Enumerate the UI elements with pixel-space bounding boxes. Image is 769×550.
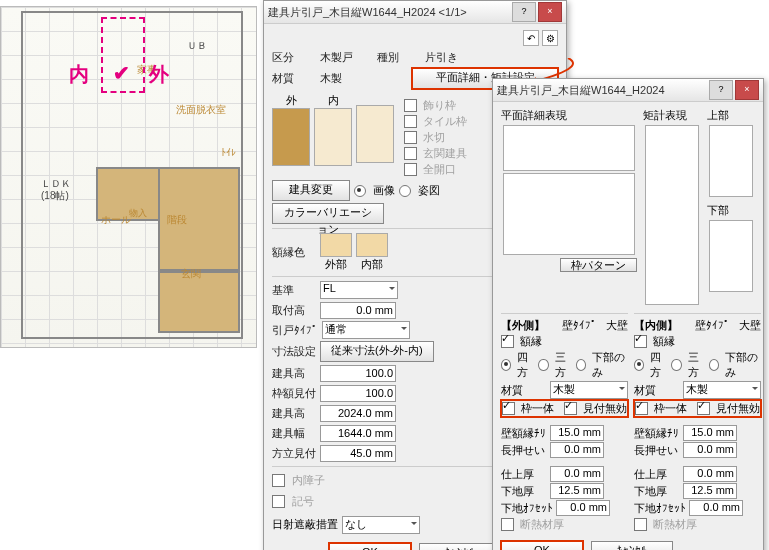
color-variation-button[interactable]: カラーバリエーション	[272, 203, 384, 224]
radio-sugata[interactable]	[399, 185, 411, 197]
shubetsu-value: 片引き	[425, 50, 458, 65]
outer-thumb[interactable]	[272, 108, 310, 166]
dialog-plan-detail: 建具片引戸_木目縦W1644_H2024 ? × 平面詳細表現 枠パターン 矩計…	[492, 78, 764, 550]
kabegaku-o[interactable]: 15.0 mm	[550, 425, 604, 441]
room-genkan: 玄関	[181, 267, 201, 281]
hikido-select[interactable]: 通常	[322, 321, 410, 339]
waku-ittai-o[interactable]: 枠一体	[521, 401, 554, 416]
nagaoshi-i[interactable]: 0.0 mm	[683, 442, 737, 458]
label-outside: 外	[149, 61, 169, 88]
room-senmen: 洗面脱衣室	[176, 103, 226, 117]
waku-ittai-i[interactable]: 枠一体	[654, 401, 687, 416]
close-button-2[interactable]: ×	[735, 80, 759, 100]
dannetsu-i[interactable]: 断熱材厚	[653, 517, 697, 532]
tategu-change-button[interactable]: 建具変更	[272, 180, 350, 201]
label-inside: 内	[69, 61, 89, 88]
gakubuchi-label: 額縁色	[272, 245, 316, 260]
nisshatsu-label: 日射遮蔽措置	[272, 517, 338, 532]
hikido-label: 引戸ﾀｲﾌﾟ	[272, 323, 318, 338]
toritaka-input[interactable]: 0.0 mm	[320, 302, 396, 319]
inner-heading: 【内側】	[634, 318, 678, 333]
plan-preview2	[503, 173, 635, 255]
ok-button[interactable]: OK	[329, 543, 411, 550]
kijun-select[interactable]: FL	[320, 281, 398, 299]
help-button-2[interactable]: ?	[709, 80, 733, 100]
lower-heading: 下部	[707, 203, 755, 218]
nisshatsu-select[interactable]: なし	[342, 516, 420, 534]
waku-input[interactable]: 100.0	[320, 385, 396, 402]
nagaoshi-o[interactable]: 0.0 mm	[550, 442, 604, 458]
r-shihou-i[interactable]: 四方	[650, 350, 668, 380]
cancel-button-2[interactable]: ｷｬﾝｾﾙ	[591, 541, 673, 550]
waku-pattern-button[interactable]: 枠パターン	[560, 258, 637, 272]
dialog2-title: 建具片引戸_木目縦W1644_H2024	[497, 83, 707, 98]
shubetsu-label: 種別	[377, 50, 421, 65]
room-ldk2: (18帖)	[41, 189, 69, 203]
ok-button-2[interactable]: OK	[501, 541, 583, 550]
sunpo-label: 寸法設定	[272, 344, 316, 359]
zaishitsu-label: 材質	[272, 71, 316, 86]
gaku-check-o[interactable]: 額縁	[520, 334, 542, 349]
r-sanpou-i[interactable]: 三方	[688, 350, 706, 380]
offset-o[interactable]: 0.0 mm	[556, 500, 610, 516]
shitaji-o[interactable]: 12.5 mm	[550, 483, 604, 499]
inner-thumb2[interactable]	[356, 105, 394, 163]
kubun-label: 区分	[272, 50, 316, 65]
floorplan-canvas: ＵＢ 家事 洗面脱衣室 ﾄｲﾚ ＬＤＫ (18帖) ホール 物入 階段 玄関 内…	[0, 6, 257, 348]
kuji-preview	[645, 125, 699, 305]
mitsuke-muko-i[interactable]: 見付無効	[716, 401, 760, 416]
houdate-input[interactable]: 45.0 mm	[320, 445, 396, 462]
opt-mizukiri[interactable]: 水切	[423, 130, 445, 145]
plan-heading: 平面詳細表現	[501, 108, 637, 123]
plan-preview1	[503, 125, 635, 171]
toritaka-label: 取付高	[272, 303, 316, 318]
shitaji-i[interactable]: 12.5 mm	[683, 483, 737, 499]
kijun-label: 基準	[272, 283, 316, 298]
sunpo-button[interactable]: 従来寸法(外-外-内)	[320, 341, 434, 362]
inner-thumb1[interactable]	[314, 108, 352, 166]
kuji-heading: 矩計表現	[643, 108, 701, 123]
upper-preview	[709, 125, 753, 197]
shiage-i[interactable]: 0.0 mm	[683, 466, 737, 482]
r-shihou-o[interactable]: 四方	[517, 350, 535, 380]
r-kabu-o[interactable]: 下部のみ	[592, 350, 628, 380]
radio-image[interactable]	[354, 185, 366, 197]
r-sanpou-o[interactable]: 三方	[555, 350, 573, 380]
r-kabu-i[interactable]: 下部のみ	[725, 350, 761, 380]
zai-select-i[interactable]: 木製	[683, 381, 761, 399]
gear-icon[interactable]: ⚙	[542, 30, 558, 46]
kigou-check[interactable]: 記号	[292, 494, 314, 509]
tategh-input[interactable]: 100.0	[320, 365, 396, 382]
naishouji-check[interactable]: 内障子	[292, 473, 325, 488]
room-mono: 物入	[129, 207, 147, 220]
upper-heading: 上部	[707, 108, 755, 123]
zaishitsu-value: 木製	[320, 71, 342, 86]
kabegaku-i[interactable]: 15.0 mm	[683, 425, 737, 441]
swatch-inner[interactable]	[356, 233, 388, 257]
room-hall: ホール	[101, 213, 131, 227]
opt-tile[interactable]: タイル枠	[423, 114, 467, 129]
shiage-o[interactable]: 0.0 mm	[550, 466, 604, 482]
help-button[interactable]: ?	[512, 2, 536, 22]
opt-kazari[interactable]: 飾り枠	[423, 98, 456, 113]
offset-i[interactable]: 0.0 mm	[689, 500, 743, 516]
mitsuke-muko-o[interactable]: 見付無効	[583, 401, 627, 416]
dannetsu-o[interactable]: 断熱材厚	[520, 517, 564, 532]
opt-zenkai[interactable]: 全開口	[423, 162, 456, 177]
outer-heading: 【外側】	[501, 318, 545, 333]
lower-preview	[709, 220, 753, 292]
height-input[interactable]: 2024.0 mm	[320, 405, 396, 422]
back-icon[interactable]: ↶	[523, 30, 539, 46]
close-button[interactable]: ×	[538, 2, 562, 22]
kubun-value: 木製戸	[320, 50, 353, 65]
opt-genkan[interactable]: 玄関建具	[423, 146, 467, 161]
gaku-check-i[interactable]: 額縁	[653, 334, 675, 349]
room-stair: 階段	[167, 213, 187, 227]
room-ub: ＵＢ	[187, 39, 207, 53]
cancel-button[interactable]: ｷｬﾝｾﾙ	[419, 543, 501, 550]
outer-label: 外	[272, 93, 310, 108]
width-input[interactable]: 1644.0 mm	[320, 425, 396, 442]
swatch-outer[interactable]	[320, 233, 352, 257]
room-toilet: ﾄｲﾚ	[221, 147, 236, 158]
zai-select-o[interactable]: 木製	[550, 381, 628, 399]
